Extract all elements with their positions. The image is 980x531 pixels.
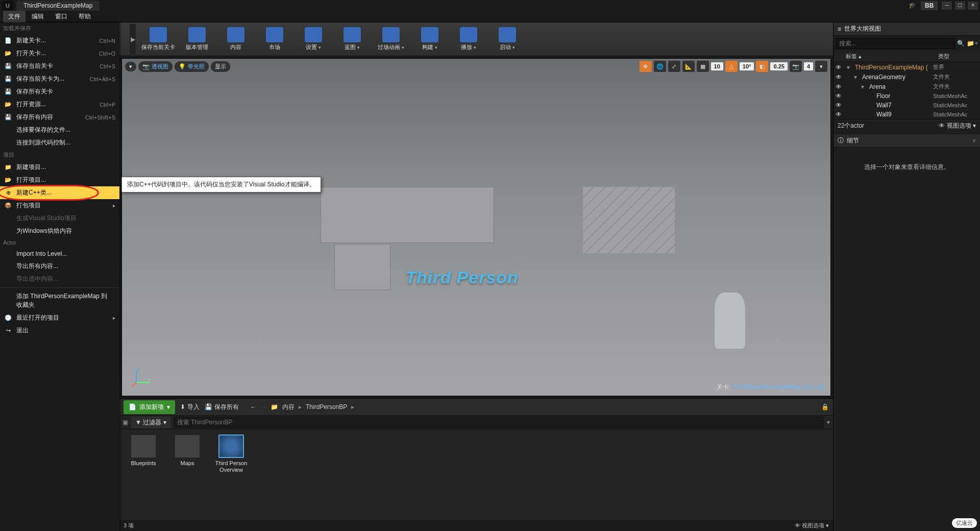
outliner-col-type[interactable]: 类型 (935, 51, 980, 62)
viewport-lit-button[interactable]: 💡带光照 (175, 61, 209, 72)
viewport-perspective-button[interactable]: 📷透视图 (138, 61, 173, 72)
file-menu-item[interactable]: 📂打开项目... (0, 174, 119, 186)
breadcrumb-current[interactable]: ThirdPersonBP (306, 403, 347, 411)
asset-item[interactable]: Maps (170, 435, 204, 467)
toolbar-button[interactable]: 构建 (410, 25, 449, 54)
file-menu-item[interactable]: 📦打包项目▸ (0, 199, 119, 212)
world-outliner-header[interactable]: ≡ 世界大纲视图 (834, 22, 980, 36)
new-folder-icon[interactable]: 📁+ (967, 40, 978, 47)
camera-speed-value[interactable]: 4 (804, 62, 813, 70)
file-menu-item[interactable]: 📂打开关卡...Ctrl+O (0, 47, 119, 60)
tree-expand-icon[interactable]: ▾ (854, 74, 860, 81)
file-menu-item[interactable]: 连接到源代码控制... (0, 136, 119, 149)
angle-snap-value[interactable]: 10° (740, 62, 754, 70)
content-search-input[interactable] (174, 417, 824, 428)
toolbar-button[interactable]: 设置 (294, 25, 333, 54)
graduation-cap-icon[interactable]: 🎓 (909, 2, 918, 10)
panel-expand-handle[interactable]: ▶ (130, 24, 136, 55)
file-menu-item[interactable]: ↪退出 (0, 324, 119, 337)
outliner-row[interactable]: 👁▾ArenaGeometry文件夹 (834, 72, 980, 82)
menu-file[interactable]: 文件 (3, 11, 26, 22)
toolbar-button[interactable]: 内容 (216, 25, 255, 54)
visibility-eye-icon[interactable]: 👁 (836, 111, 843, 118)
toolbar-button[interactable]: 版本管理 (178, 25, 216, 54)
breadcrumb-root[interactable]: 内容 (282, 403, 295, 412)
angle-snap-icon[interactable]: △ (725, 61, 738, 72)
import-button[interactable]: ⬇ 导入 (180, 403, 200, 412)
file-menu-item[interactable]: Import Into Level... (0, 248, 119, 260)
toolbar-button[interactable]: 播放 (449, 25, 488, 54)
outliner-row[interactable]: 👁Wall7StaticMeshAc (834, 101, 980, 110)
menu-item-icon (4, 297, 12, 305)
user-badge[interactable]: BB (921, 1, 938, 10)
search-icon[interactable]: 🔍 (957, 40, 965, 47)
file-menu-item[interactable]: 🕘最近打开的项目▸ (0, 311, 119, 324)
toolbar-button[interactable]: 启动 (488, 25, 527, 54)
tree-expand-icon[interactable]: ▾ (847, 64, 853, 71)
visibility-eye-icon[interactable]: 👁 (836, 83, 843, 90)
camera-speed-icon[interactable]: 📷 (790, 61, 802, 72)
transform-select-icon[interactable]: ✥ (640, 61, 652, 72)
visibility-eye-icon[interactable]: 👁 (836, 102, 843, 109)
menu-window[interactable]: 窗口 (50, 11, 72, 22)
add-new-button[interactable]: 📄 添加新项 ▾ (124, 400, 175, 414)
minimize-button[interactable]: – (942, 2, 952, 10)
toolbar-button[interactable]: 过场动画 (372, 25, 410, 54)
viewport-show-button[interactable]: 显示 (211, 61, 230, 72)
level-name-link[interactable]: ThirdPersonExampleMap (永久性) (732, 383, 825, 391)
toolbar-button[interactable]: 蓝图 (333, 25, 372, 54)
grid-snap-value[interactable]: 10 (711, 62, 723, 70)
maximize-button[interactable]: □ (955, 2, 965, 10)
expand-icon[interactable]: ⤢ (668, 61, 680, 72)
outliner-col-label[interactable]: 标签 ▴ (843, 51, 935, 62)
file-menu-item[interactable]: 📂打开资源...Ctrl+P (0, 98, 119, 111)
outliner-row[interactable]: 👁FloorStaticMeshAc (834, 91, 980, 101)
file-menu-item[interactable]: 选择要保存的文件... (0, 124, 119, 136)
globe-icon[interactable]: 🌐 (654, 61, 666, 72)
visibility-eye-icon[interactable]: 👁 (836, 74, 843, 81)
file-menu-item[interactable]: 📄新建关卡...Ctrl+N (0, 34, 119, 47)
scale-snap-icon[interactable]: ◧ (756, 61, 768, 72)
file-menu-item[interactable]: 💾保存当前关卡为...Ctrl+Alt+S (0, 73, 119, 85)
history-fwd-button[interactable]: → (260, 403, 266, 411)
details-header[interactable]: ⓘ 细节× (834, 134, 980, 148)
file-menu-item[interactable]: 💾保存所有关卡 (0, 85, 119, 98)
outliner-row[interactable]: 👁▾ThirdPersonExampleMap (世界 (834, 62, 980, 72)
asset-item[interactable]: Blueprints (127, 435, 160, 467)
viewport-maximize-icon[interactable]: ▾ (815, 61, 827, 72)
scale-snap-value[interactable]: 0.25 (770, 62, 787, 70)
toolbar-button[interactable]: 保存当前关卡 (139, 25, 178, 54)
file-menu-new-cpp-class[interactable]: ⊕新建C++类... (0, 186, 119, 199)
tree-expand-icon[interactable]: ▾ (861, 83, 867, 90)
file-menu-item[interactable]: 💾保存当前关卡Ctrl+S (0, 60, 119, 73)
visibility-eye-icon[interactable]: 👁 (836, 92, 843, 100)
file-menu-item[interactable]: 📁新建项目... (0, 161, 119, 174)
file-menu-item[interactable]: 💾保存所有内容Ctrl+Shift+S (0, 111, 119, 124)
menu-edit[interactable]: 编辑 (27, 11, 49, 22)
title-tab[interactable]: ThirdPersonExampleMap (16, 1, 100, 11)
menu-help[interactable]: 帮助 (74, 11, 96, 22)
details-close-icon[interactable]: × (972, 137, 976, 144)
view-options-button[interactable]: 👁 视图选项 ▾ (795, 522, 829, 529)
outliner-row[interactable]: 👁▾Arena文件夹 (834, 82, 980, 91)
lock-icon[interactable]: 🔒 (821, 403, 829, 411)
save-all-button[interactable]: 💾 保存所有 (205, 403, 239, 412)
outliner-view-options[interactable]: 👁 视图选项 ▾ (939, 122, 976, 130)
close-button[interactable]: × (968, 2, 978, 10)
visibility-eye-icon[interactable]: 👁 (836, 64, 843, 71)
grid-snap-icon[interactable]: ▦ (697, 61, 709, 72)
file-menu-item[interactable]: 为Windows烘焙内容 (0, 225, 119, 237)
file-menu-item[interactable]: 添加 ThirdPersonExampleMap 到收藏夹 (0, 290, 119, 311)
file-menu-item[interactable]: 导出所有内容... (0, 260, 119, 273)
sources-toggle-icon[interactable]: ▣ (122, 419, 128, 426)
viewport-3d[interactable]: ▾ 📷透视图 💡带光照 显示 ✥ 🌐 ⤢ 📐 ▦ 10 △ 10° ◧ 0.25… (121, 58, 831, 396)
outliner-row[interactable]: 👁Wall9StaticMeshAc (834, 110, 980, 119)
asset-item[interactable]: Third Person Overview (214, 435, 248, 473)
toolbar-button[interactable]: 市场 (255, 25, 294, 54)
snap-surface-icon[interactable]: 📐 (682, 61, 695, 72)
filters-button[interactable]: ▼ 过滤器 ▾ (131, 417, 170, 428)
outliner-search-input[interactable] (836, 38, 955, 49)
search-settings-icon[interactable]: ▾ (827, 419, 830, 426)
viewport-menu-button[interactable]: ▾ (125, 62, 136, 71)
history-back-button[interactable]: ← (250, 403, 256, 411)
